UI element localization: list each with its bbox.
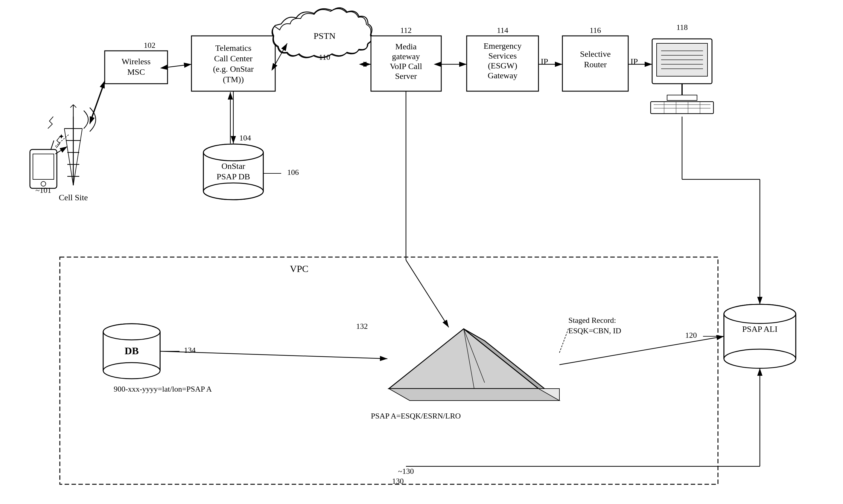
ref-112: 112 [400,26,411,35]
svg-point-62 [204,183,263,200]
ip-label-1: IP [541,57,548,66]
svg-text:✦: ✦ [58,133,64,141]
svg-text:Call Center: Call Center [214,54,253,63]
svg-text:Services: Services [489,51,517,60]
svg-text:Router: Router [584,60,607,69]
svg-point-81 [103,363,160,379]
svg-text:(TM)): (TM)) [223,75,244,84]
main-svg: ~101 ✦ Cell Site Wireless MSC 102 [0,0,843,504]
ref-110: 110 [319,53,330,61]
svg-marker-87 [389,389,559,400]
psap-ali-label: PSAP ALI [742,324,777,334]
vpc-label: VPC [290,263,309,274]
svg-text:Server: Server [395,71,417,81]
svg-text:(e.g. OnStar: (e.g. OnStar [213,64,254,74]
label-101: ~101 [35,186,51,195]
ref-104: 104 [239,133,251,142]
ref-134: 134 [184,346,196,355]
svg-point-78 [103,324,160,340]
staged-record-label: Staged Record: [568,316,616,325]
ref-130-label: ~130 [398,467,414,475]
pstn-label: PSTN [314,31,335,41]
media-gw-label: Media [395,42,417,51]
ref-130: 130 [392,477,404,485]
ref-118: 118 [677,23,688,32]
phone-formula-label: 900-xxx-yyyy=lat/lon=PSAP A [114,385,212,393]
wireless-msc-label: Wireless [122,57,151,66]
cell-site-label: Cell Site [59,193,88,202]
telematics-label: Telematics [215,43,251,53]
selective-router-label: Selective [580,49,611,59]
svg-text:PSAP DB: PSAP DB [216,172,250,181]
svg-text:gateway: gateway [392,52,420,61]
ref-102: 102 [144,41,156,50]
svg-rect-46 [667,95,697,101]
svg-text:ESQK=CBN, ID: ESQK=CBN, ID [568,326,621,335]
ref-132: 132 [356,322,368,330]
svg-text:Gateway: Gateway [488,71,517,80]
esgw-label: Emergency [484,41,522,51]
ref-120: 120 [685,331,697,340]
diagram-container: ~101 ✦ Cell Site Wireless MSC 102 [0,0,843,504]
ref-116: 116 [590,26,601,35]
svg-point-72 [724,349,796,368]
svg-text:(ESGW): (ESGW) [488,61,517,70]
ref-106: 106 [287,168,299,177]
svg-text:MSC: MSC [127,67,145,76]
psap-a-label: PSAP A=ESQK/ESRN/LRO [371,412,461,420]
svg-point-69 [724,304,796,323]
svg-point-59 [204,144,263,161]
ref-114: 114 [497,26,508,35]
ip-label-2: IP [631,57,638,66]
db-label: DB [124,345,139,356]
onstar-db-label: OnStar [222,161,245,171]
svg-text:VoIP Call: VoIP Call [390,61,422,71]
svg-rect-47 [651,102,714,113]
